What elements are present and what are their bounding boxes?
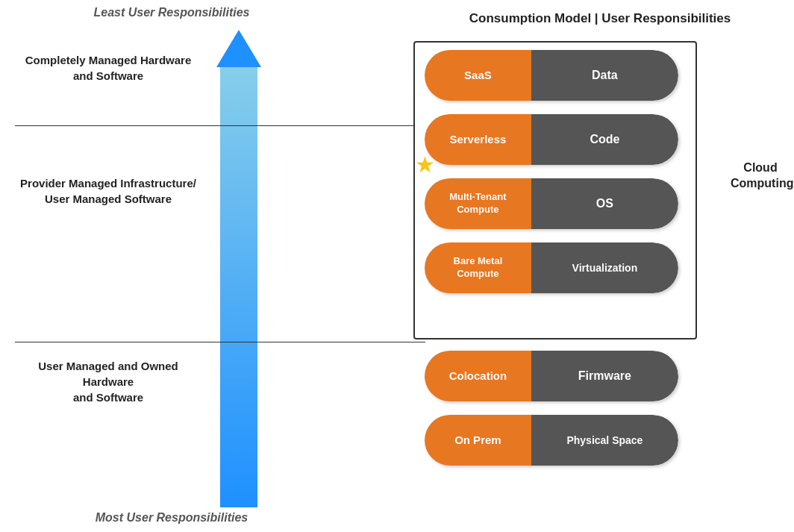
pill-row-baremetal: Bare MetalCompute Virtualization [425,241,708,295]
left-top-text: Completely Managed Hardwareand Software [25,54,192,82]
divider-2 [15,342,425,342]
cloud-label: CloudComputing [731,160,790,192]
pill-serverless-right: Code [531,114,678,165]
left-section-bottom: User Managed and Owned Hardwareand Softw… [15,358,201,405]
pill-row-serverless: Serverless Code [425,113,708,166]
pills-inside-container: SaaS Data Serverless Code Multi-TenantCo… [425,48,708,295]
arrow-container [216,30,261,507]
pill-multitenant: Multi-TenantCompute OS [425,178,678,229]
pill-onprem: On Prem Physical Space [425,415,678,466]
pill-onprem-right: Physical Space [531,415,678,466]
pill-colocation: Colocation Firmware [425,351,678,401]
arrow-shaft [220,67,257,507]
pill-row-onprem: On Prem Physical Space [425,413,708,467]
pill-saas: SaaS Data [425,50,678,101]
pill-serverless-left: Serverless [425,114,531,165]
pill-baremetal-left: Bare MetalCompute [425,242,531,293]
pill-row-saas: SaaS Data [425,48,708,102]
pill-row-multitenant: Multi-TenantCompute OS [425,177,708,231]
diagram-container: Least User Responsibilities Most User Re… [0,0,794,532]
arrow-head [216,30,261,67]
pill-baremetal: Bare MetalCompute Virtualization [425,242,678,293]
pill-colocation-right: Firmware [531,351,678,401]
pill-baremetal-right: Virtualization [531,242,678,293]
pill-multitenant-right: OS [531,178,678,229]
right-panel: Consumption Model | User Responsibilitie… [406,0,794,532]
left-section-mid: Provider Managed Infrastructure/User Man… [15,175,201,207]
pill-serverless: Serverless Code [425,114,678,165]
consumption-title: Consumption Model | User Responsibilitie… [406,7,794,26]
bottom-label: Most User Responsibilities [60,511,284,525]
pill-row-colocation: Colocation Firmware [425,349,708,403]
pill-onprem-left: On Prem [425,415,531,466]
left-section-top: Completely Managed Hardwareand Software [15,52,201,84]
left-mid-text: Provider Managed Infrastructure/User Man… [20,177,196,205]
pill-saas-left: SaaS [425,50,531,101]
pill-multitenant-left: Multi-TenantCompute [425,178,531,229]
pills-outside-container: Colocation Firmware On Prem Physical Spa… [425,349,708,467]
divider-1 [15,125,425,126]
left-bottom-text: User Managed and Owned Hardwareand Softw… [38,360,178,404]
pill-saas-right: Data [531,50,678,101]
pill-colocation-left: Colocation [425,351,531,401]
top-label: Least User Responsibilities [60,6,284,19]
